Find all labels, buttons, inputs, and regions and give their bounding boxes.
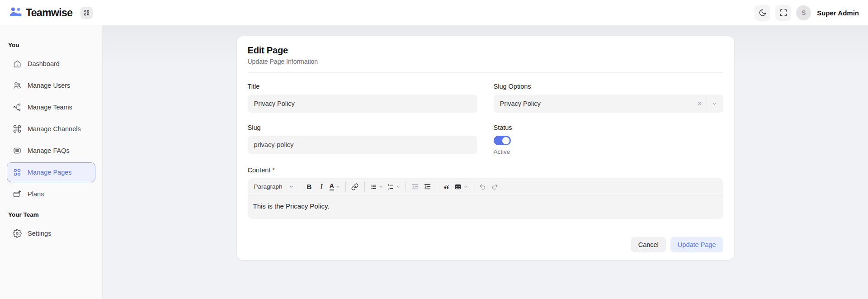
chevron-down-icon[interactable]	[707, 101, 720, 107]
sidebar-item-manage-pages[interactable]: Manage Pages	[7, 162, 95, 182]
page-title: Edit Page	[248, 45, 723, 56]
sidebar-item-label: Manage FAQs	[28, 147, 70, 154]
user-name[interactable]: Super Admin	[817, 9, 859, 17]
bulleted-list-dropdown[interactable]	[368, 180, 385, 193]
sidebar-item-manage-teams[interactable]: Manage Teams	[7, 97, 95, 117]
sidebar-item-label: Manage Users	[28, 82, 70, 89]
moon-icon	[759, 9, 767, 17]
editor-content-area[interactable]: This is the Pricacy Policy.	[248, 195, 723, 219]
slug-options-select[interactable]: Privacy Policy ✕	[494, 95, 723, 113]
sidebar-item-label: Manage Channels	[28, 125, 81, 133]
grid-shapes-icon	[13, 168, 22, 177]
card-footer: Cancel Update Page	[248, 230, 723, 260]
sidebar-item-label: Manage Teams	[28, 104, 72, 111]
toolbar-divider	[437, 182, 437, 191]
sidebar-item-plans[interactable]: Plans	[7, 184, 95, 204]
users-icon	[13, 81, 22, 90]
svg-text:2: 2	[388, 187, 389, 190]
toolbar-divider	[300, 182, 300, 191]
fullscreen-icon	[779, 9, 788, 17]
avatar-initial: S	[802, 9, 806, 16]
table-icon	[454, 183, 462, 190]
numbered-list-dropdown[interactable]: 1 2	[385, 180, 402, 193]
update-page-button[interactable]: Update Page	[670, 237, 723, 252]
top-header: Teamwise S Super Admin	[0, 0, 868, 25]
sidebar-section-you: You	[8, 42, 94, 48]
slug-options-field-group: Slug Options Privacy Policy ✕	[494, 83, 723, 113]
block-quote-button[interactable]: “	[440, 180, 453, 193]
font-color-letter: A	[330, 183, 334, 190]
toolbar-divider	[364, 182, 365, 191]
status-toggle[interactable]	[494, 136, 511, 145]
slug-input[interactable]	[248, 136, 477, 154]
chevron-down-icon	[289, 184, 294, 189]
chevron-down-icon	[379, 185, 383, 189]
undo-button[interactable]	[476, 180, 489, 193]
teamwise-logo-icon	[9, 7, 23, 19]
slug-label: Slug	[248, 124, 477, 131]
bulleted-list-icon	[370, 183, 377, 190]
main-content: Edit Page Update Page Information Title …	[103, 25, 868, 299]
sidebar-item-label: Plans	[28, 190, 44, 198]
title-input[interactable]	[248, 95, 477, 113]
outdent-button[interactable]	[409, 180, 421, 193]
sidebar-item-settings[interactable]: Settings	[7, 223, 95, 243]
toolbar-divider	[473, 182, 473, 191]
editor-toolbar: Paragraph B I A	[248, 178, 723, 195]
outdent-icon	[411, 183, 419, 190]
list-box-icon	[13, 146, 22, 155]
svg-text:1: 1	[388, 184, 389, 186]
edit-page-card: Edit Page Update Page Information Title …	[237, 36, 734, 260]
grid-icon	[83, 9, 90, 16]
user-avatar[interactable]: S	[796, 5, 811, 20]
sidebar-item-manage-users[interactable]: Manage Users	[7, 76, 95, 95]
sidebar-item-label: Dashboard	[28, 60, 60, 67]
clear-selection-icon[interactable]: ✕	[693, 100, 707, 107]
page-subtitle: Update Page Information	[248, 58, 723, 65]
sidebar-section-your-team: Your Team	[8, 211, 94, 218]
bold-button[interactable]: B	[303, 180, 316, 193]
toolbar-divider	[406, 182, 406, 191]
slug-options-value: Privacy Policy	[500, 100, 541, 107]
slug-options-label: Slug Options	[494, 83, 723, 90]
italic-button[interactable]: I	[316, 180, 328, 193]
brand-name: Teamwise	[26, 7, 72, 19]
redo-button[interactable]	[489, 180, 501, 193]
dark-mode-button[interactable]	[755, 5, 770, 21]
content-label: Content *	[248, 166, 723, 174]
home-icon	[13, 59, 22, 68]
link-button[interactable]	[349, 180, 361, 193]
status-field-group: Status Active	[494, 124, 723, 155]
redo-icon	[491, 183, 499, 190]
paragraph-style-dropdown[interactable]: Paragraph	[251, 180, 297, 193]
sidebar-item-manage-faqs[interactable]: Manage FAQs	[7, 141, 95, 161]
content-field-group: Content * Paragraph B I A	[248, 166, 723, 219]
indent-icon	[424, 183, 431, 190]
command-icon	[13, 124, 22, 133]
status-label: Status	[494, 124, 723, 131]
brand-logo[interactable]: Teamwise	[9, 7, 72, 19]
indent-button[interactable]	[421, 180, 434, 193]
title-field-group: Title	[248, 83, 477, 113]
app-launcher-button[interactable]	[80, 7, 93, 19]
toolbar-divider	[345, 182, 346, 191]
sidebar-item-label: Settings	[28, 230, 51, 237]
font-color-dropdown[interactable]: A	[328, 180, 342, 193]
status-state-text: Active	[494, 148, 723, 155]
sidebar-item-dashboard[interactable]: Dashboard	[7, 54, 95, 74]
sidebar-item-label: Manage Pages	[28, 169, 72, 176]
sidebar-item-manage-channels[interactable]: Manage Channels	[7, 119, 95, 139]
slug-field-group: Slug	[248, 124, 477, 155]
hierarchy-icon	[13, 103, 22, 112]
sidebar-nav: You Dashboard Manage Users Manage Teams	[0, 25, 103, 299]
card-plus-icon	[13, 190, 22, 199]
fullscreen-button[interactable]	[775, 5, 791, 21]
chevron-down-icon	[396, 185, 401, 189]
insert-table-dropdown[interactable]	[453, 180, 470, 193]
link-icon	[351, 183, 359, 190]
numbered-list-icon: 1 2	[387, 183, 394, 190]
title-label: Title	[248, 83, 477, 90]
paragraph-style-value: Paragraph	[254, 183, 283, 190]
chevron-down-icon	[336, 185, 340, 189]
cancel-button[interactable]: Cancel	[631, 237, 666, 252]
